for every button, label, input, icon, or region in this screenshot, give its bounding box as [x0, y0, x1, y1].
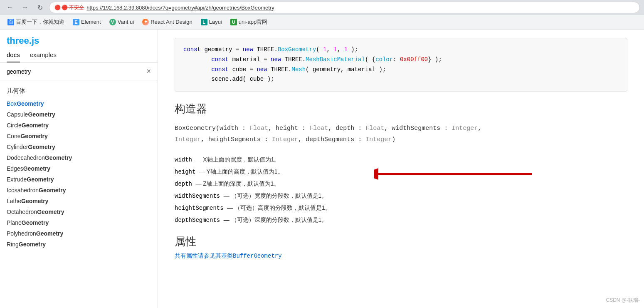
buffer-geometry-link[interactable]: BufferGeometry [233, 253, 282, 259]
react-ant-icon: ✦ [142, 19, 149, 25]
sidebar: three.js docs examples × 几何体 BoxGeometry… [0, 30, 158, 308]
nav-tabs: docs examples [7, 48, 151, 62]
code-line-1: const geometry = new THREE.BoxGeometry( … [183, 45, 619, 55]
reload-button[interactable]: ↻ [34, 2, 46, 13]
sidebar-header: three.js docs examples [0, 30, 158, 63]
close-button[interactable]: × [146, 67, 151, 76]
bookmark-element[interactable]: E Element [69, 17, 104, 27]
bookmark-react-ant[interactable]: ✦ React Ant Design [139, 17, 195, 27]
search-input[interactable] [7, 68, 143, 75]
bookmark-uniapp[interactable]: U uni-app官网 [227, 17, 271, 27]
param-widthSegments: widthSegments — （可选）宽度的分段数，默认值是1。 [175, 190, 627, 202]
forward-button[interactable]: → [19, 2, 31, 13]
red-arrow [374, 166, 540, 181]
code-block: const geometry = new THREE.BoxGeometry( … [175, 38, 627, 92]
element-icon: E [73, 19, 79, 25]
list-item-ExtrudeGeometry[interactable]: ExtrudeGeometry [0, 174, 158, 185]
main-layout: three.js docs examples × 几何体 BoxGeometry… [0, 30, 644, 308]
list-item-PolyhedronGeometry[interactable]: PolyhedronGeometry [0, 228, 158, 239]
vant-icon: V [109, 19, 116, 25]
param-width: width — X轴上面的宽度，默认值为1。 [175, 154, 627, 166]
sidebar-list: 几何体 BoxGeometry CapsuleGeometry CircleGe… [0, 80, 158, 308]
watermark: CSDN @-联瑞- [606, 297, 640, 304]
list-item-DodecahedronGeometry[interactable]: DodecahedronGeometry [0, 152, 158, 163]
search-box: × [0, 63, 158, 80]
list-item-CircleGeometry[interactable]: CircleGeometry [0, 120, 158, 131]
code-line-3: const cube = new THREE.Mesh( geometry, m… [183, 65, 619, 75]
list-item-CapsuleGeometry[interactable]: CapsuleGeometry [0, 109, 158, 120]
constructor-sig: BoxGeometry(width : Float, height : Floa… [175, 123, 627, 145]
bookmark-baidu[interactable]: 百 百度一下，你就知道 [4, 17, 68, 27]
bookmark-layui[interactable]: L Layui [197, 17, 225, 27]
properties-sub[interactable]: 共有属性请参见其基类BufferGeometry [175, 252, 627, 260]
react-ant-label: React Ant Design [151, 19, 192, 25]
browser-chrome: ← → ↻ 🔴 🔴 不安全 https://192.168.2.39:8080/… [0, 0, 644, 30]
layui-icon: L [201, 19, 207, 25]
content-area: const geometry = new THREE.BoxGeometry( … [158, 30, 644, 308]
url-text: https://192.168.2.39:8080/docs/?q=geomet… [86, 5, 274, 11]
tab-docs[interactable]: docs [7, 48, 20, 62]
list-item-EdgesGeometry[interactable]: EdgesGeometry [0, 163, 158, 174]
baidu-icon: 百 [7, 19, 14, 25]
bookmarks-bar: 百 百度一下，你就知道 E Element V Vant ui ✦ React … [0, 15, 644, 29]
list-item-RingGeometry[interactable]: RingGeometry [0, 239, 158, 250]
code-line-4: scene.add( cube ); [183, 75, 619, 84]
address-bar[interactable]: 🔴 🔴 不安全 https://192.168.2.39:8080/docs/?… [49, 2, 640, 13]
section-header: 几何体 [0, 84, 158, 98]
constructor-title: 构造器 [175, 102, 627, 116]
uniapp-icon: U [230, 19, 237, 25]
title-bar: ← → ↻ 🔴 🔴 不安全 https://192.168.2.39:8080/… [0, 0, 644, 15]
param-height: height — Y轴上面的高度，默认值为1。 [175, 166, 627, 178]
list-item-PlaneGeometry[interactable]: PlaneGeometry [0, 217, 158, 228]
param-depthSegments: depthSegments — （可选）深度的分段数，默认值是1。 [175, 214, 627, 226]
site-title: three.js [7, 30, 151, 48]
insecure-badge: 🔴 🔴 不安全 [54, 4, 84, 11]
list-item-ConeGeometry[interactable]: ConeGeometry [0, 131, 158, 142]
list-item-OctahedronGeometry[interactable]: OctahedronGeometry [0, 206, 158, 217]
list-item-CylinderGeometry[interactable]: CylinderGeometry [0, 142, 158, 152]
bookmark-vant[interactable]: V Vant ui [106, 17, 138, 27]
properties-title: 属性 [175, 234, 627, 249]
list-item-IcosahedronGeometry[interactable]: IcosahedronGeometry [0, 185, 158, 196]
code-line-2: const material = new THREE.MeshBasicMate… [183, 55, 619, 65]
param-heightSegments: heightSegments — （可选）高度的分段数，默认值是1。 [175, 202, 627, 214]
back-button[interactable]: ← [4, 2, 16, 13]
list-item-LatheGeometry[interactable]: LatheGeometry [0, 196, 158, 206]
param-list: width — X轴上面的宽度，默认值为1。 height — Y轴上面的高度，… [175, 154, 627, 226]
list-item-BoxGeometry[interactable]: BoxGeometry [0, 98, 158, 109]
tab-examples[interactable]: examples [30, 48, 57, 62]
